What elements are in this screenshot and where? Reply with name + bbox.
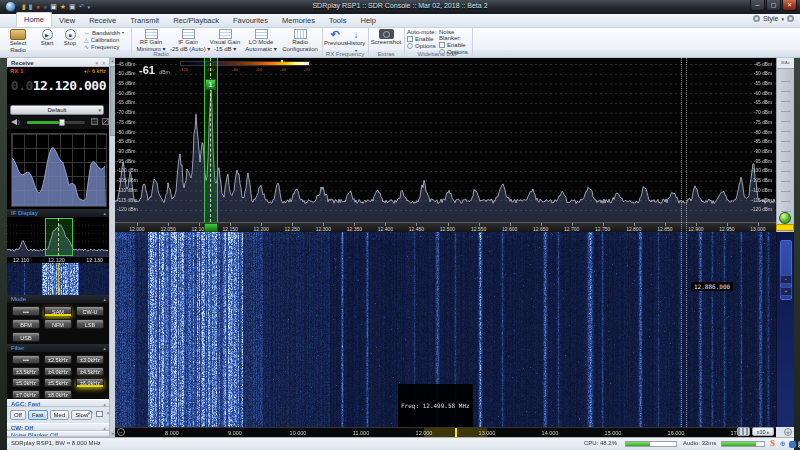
style-label[interactable]: Style (763, 15, 779, 22)
camera-icon[interactable]: ▣ (50, 2, 57, 12)
panel-dropdown-icon[interactable]: ▾ (95, 60, 98, 66)
rf-gain-button[interactable]: RF GainMinimum ▾ (134, 29, 168, 50)
if-spectrum[interactable] (7, 217, 109, 257)
zoom-level-button[interactable]: x10 ▸ (752, 427, 774, 436)
history-button[interactable]: ↓ History▾ (346, 29, 366, 50)
mode-cwu-button[interactable]: CW-U (76, 306, 104, 316)
cw-header[interactable]: CW: Off ▴ (7, 423, 109, 431)
filter-3k0-button[interactable]: ±3.0kHz (76, 355, 104, 364)
mode-header[interactable]: Mode ▴ (7, 295, 109, 303)
calibration-button[interactable]: △ Calibration (84, 36, 130, 43)
frequency-button[interactable]: ∿ Frequency (84, 43, 130, 50)
filter-more-button[interactable]: ••• (12, 355, 40, 364)
bandwidth-button[interactable]: ↔ Bandwidth▾ (84, 29, 130, 36)
collapse-icon[interactable]: ▴ (103, 345, 106, 351)
agc-med-button[interactable]: Med (50, 410, 70, 420)
qat-dropdown-icon[interactable]: ▾ (88, 2, 91, 12)
tuning-marker-flag[interactable]: 1 (205, 79, 216, 90)
start-button[interactable]: ▶ Start (36, 29, 58, 50)
mode-more-button[interactable]: ••• (12, 306, 40, 316)
tab-help[interactable]: Help (353, 14, 382, 27)
filter-3k5-button[interactable]: ±3.5kHz (12, 367, 40, 376)
panel-close-icon[interactable]: ✕ (102, 60, 106, 66)
style-dropdown-icon[interactable]: ▾ (781, 16, 784, 22)
filter-5k5-button[interactable]: ±5.5kHz (44, 378, 72, 387)
contrast-minus-button[interactable]: − (780, 275, 792, 284)
tab-transmit[interactable]: Transmit (123, 14, 166, 27)
tab-tools[interactable]: Tools (322, 14, 354, 27)
tab-view[interactable]: View (52, 14, 82, 27)
stop-button[interactable]: ■ Stop (59, 29, 81, 50)
filter-6k0-button[interactable]: ±6.0kHz (76, 378, 104, 387)
waterfall-contrast-slider[interactable]: − + (776, 232, 794, 427)
close-button[interactable]: ✕ (782, 0, 797, 11)
agc-undo-icon[interactable]: ↶ (87, 410, 93, 418)
if-passband[interactable] (45, 218, 73, 256)
spectrum-display[interactable]: -45 dBm-50 dBm-55 dBm-60 dBm-65 dBm-70 d… (115, 58, 776, 222)
mode-usb-button[interactable]: USB (12, 332, 40, 342)
filter-2k5-button[interactable]: ±2.5kHz (44, 355, 72, 364)
automute-enable-checkbox[interactable]: Enable (407, 35, 438, 42)
contrast-plus-button[interactable]: + (780, 287, 792, 296)
automute-options-button[interactable]: Options (407, 42, 438, 49)
tab-receive[interactable]: Receive (82, 14, 123, 27)
if-waterfall[interactable] (7, 263, 109, 295)
zoom-in-button[interactable]: + (784, 428, 792, 436)
receive-panel-header[interactable]: Receive ▾ ✕ (7, 58, 109, 67)
record-icon[interactable]: ● (36, 2, 40, 12)
agc-fast-button[interactable]: Fast (28, 410, 48, 420)
volume-slider-thumb[interactable] (59, 119, 65, 126)
preset-dropdown[interactable]: Default▾ (10, 105, 104, 115)
tab-favourites[interactable]: Favourites (226, 14, 275, 27)
subband-marker-right[interactable] (686, 58, 687, 427)
tuning-marker-tab[interactable] (204, 223, 218, 232)
filter-header[interactable]: Filter ▴ (7, 344, 109, 352)
tab-rec-playback[interactable]: Rec/Playback (166, 14, 226, 27)
if-display-header[interactable]: IF Display ▴ (7, 209, 109, 217)
frequency-display[interactable]: 0.012.120.000 (11, 78, 106, 93)
radio-configuration-button[interactable]: RadioConfiguration (280, 29, 320, 50)
maximize-button[interactable]: ▢ (766, 0, 781, 11)
favourite-star-icon[interactable]: ★ (60, 2, 66, 12)
splitter-knob[interactable] (779, 212, 791, 224)
screenshot-button[interactable]: Screenshot (370, 29, 402, 50)
save-icon[interactable]: ▮ (29, 2, 33, 12)
waterfall-x-axis[interactable]: 8.0009.00010.00011.00012.00013.00014.000… (115, 427, 776, 437)
agc-meter-icon[interactable] (96, 411, 103, 417)
filter-7k0-button[interactable]: ±7.0kHz (12, 390, 40, 399)
filter-5k0-button[interactable]: ±5.0kHz (12, 378, 40, 387)
filter-8k0-button[interactable]: ±8.0kHz (44, 390, 72, 399)
subband-marker-left[interactable] (681, 58, 682, 427)
settings-gear-icon[interactable] (787, 15, 794, 22)
snapshot-icon[interactable]: ▣ (69, 2, 76, 12)
speaker-icon[interactable] (11, 119, 17, 125)
filter-4k5-button[interactable]: ±4.5kHz (76, 367, 104, 376)
collapse-icon[interactable]: ▴ (103, 296, 106, 302)
previous-button[interactable]: ↶ Previous (324, 29, 346, 50)
tab-home[interactable]: Home (16, 12, 52, 27)
agc-header[interactable]: AGC: Fast ▴ (7, 399, 109, 407)
phone-icon[interactable] (789, 441, 796, 448)
spectrum-range-slider[interactable]: B/Av (776, 58, 794, 232)
undo-icon[interactable]: ↶ (79, 2, 85, 12)
select-radio-button[interactable]: SelectRadio (2, 29, 34, 50)
agc-off-button[interactable]: Off (10, 410, 26, 420)
waterfall-palette-legend[interactable] (180, 61, 310, 66)
volume-slider[interactable] (27, 121, 85, 124)
waterfall-display[interactable]: 12.886.000 Freq: 12.499.58 MHz Span: ±54… (115, 232, 776, 427)
record2-icon[interactable]: ● (43, 2, 47, 12)
theme-gear-icon[interactable] (753, 15, 760, 22)
mode-bfm-button[interactable]: BFM (12, 319, 40, 329)
collapse-icon[interactable]: ▴ (103, 210, 106, 216)
nb-options-button[interactable]: Options (439, 48, 472, 55)
open-icon[interactable]: ▮ (22, 2, 26, 12)
mute-icon[interactable] (91, 118, 98, 125)
if-gain-button[interactable]: IF Gain-25 dB (Auto) ▾ (170, 29, 206, 50)
lo-mode-button[interactable]: LO ModeAutomatic ▾ (244, 29, 278, 50)
tab-memories[interactable]: Memories (275, 14, 322, 27)
mode-lsb-button[interactable]: LSB (76, 319, 104, 329)
add-icon[interactable]: ⊕ (780, 440, 786, 447)
visual-gain-button[interactable]: Visual Gain-15 dB ▾ (208, 29, 242, 50)
zoom-next-icon[interactable]: ▸ (767, 430, 769, 435)
mode-sam-button[interactable]: SAM (44, 306, 72, 316)
